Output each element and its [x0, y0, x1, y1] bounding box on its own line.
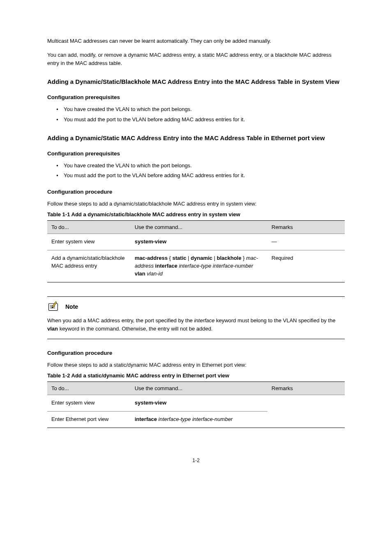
col-header-cmd: Use the command... — [131, 382, 267, 395]
config-proc-paragraph-1: Follow these steps to add a dynamic/stat… — [47, 200, 345, 208]
table-row: Add a dynamic/static/blackhole MAC addre… — [47, 250, 345, 282]
intro-paragraph-1: Multicast MAC addresses can never be lea… — [47, 37, 345, 45]
separator — [47, 296, 345, 297]
note-body: When you add a MAC address entry, the po… — [47, 317, 345, 333]
cell-todo: Add a dynamic/static/blackhole MAC addre… — [47, 250, 131, 282]
config-proc-paragraph-2: Follow these steps to add a static/dynam… — [47, 361, 345, 369]
prereq-list-1: You have created the VLAN to which the p… — [47, 105, 345, 123]
col-header-todo: To do... — [47, 382, 131, 395]
config-prereq-heading-1: Configuration prerequisites — [47, 94, 345, 100]
col-header-todo: To do... — [47, 221, 131, 234]
table-1: To do... Use the command... Remarks Ente… — [47, 220, 345, 282]
cell-todo: Enter system view — [47, 395, 131, 412]
list-item: You must add the port to the VLAN before… — [47, 116, 345, 124]
cell-todo: Enter system view — [47, 234, 131, 250]
note-icon — [47, 301, 63, 312]
section-heading-system-view: Adding a Dynamic/Static/Blackhole MAC Ad… — [47, 78, 345, 85]
cell-cmd: mac-address { static | dynamic | blackho… — [131, 250, 267, 282]
cell-rem — [267, 395, 345, 428]
config-proc-heading-2: Configuration procedure — [47, 350, 345, 356]
list-item: You have created the VLAN to which the p… — [47, 105, 345, 113]
table-1-caption: Table 1-1 Add a dynamic/static/blackhole… — [47, 210, 345, 219]
list-item: You have created the VLAN to which the p… — [47, 162, 345, 170]
cell-cmd: system-view — [131, 234, 267, 250]
prereq-list-2: You have created the VLAN to which the p… — [47, 162, 345, 180]
table-2: To do... Use the command... Remarks Ente… — [47, 382, 345, 428]
col-header-rem: Remarks — [267, 221, 345, 234]
cell-rem: Required — [267, 250, 345, 282]
cell-rem: — — [267, 234, 345, 250]
list-item: You must add the port to the VLAN before… — [47, 171, 345, 180]
config-proc-heading-1: Configuration procedure — [47, 189, 345, 195]
table-row: Enter system view system-view — [47, 395, 345, 412]
col-header-rem: Remarks — [267, 382, 345, 395]
cell-cmd: system-view — [131, 395, 267, 412]
table-2-caption: Table 1-2 Add a static/dynamic MAC addre… — [47, 372, 345, 380]
page-number: 1-2 — [47, 457, 345, 465]
note-header: Note — [47, 301, 345, 312]
config-prereq-heading-2: Configuration prerequisites — [47, 150, 345, 157]
table-header-row: To do... Use the command... Remarks — [47, 221, 345, 234]
section-heading-port-view: Adding a Dynamic/Static MAC Address Entr… — [47, 134, 345, 141]
table-row: Enter system view system-view — — [47, 234, 345, 250]
document-page: Multicast MAC addresses can never be lea… — [0, 0, 392, 491]
cell-todo: Enter Ethernet port view — [47, 412, 131, 428]
separator — [47, 339, 345, 339]
note-label: Note — [65, 303, 78, 310]
cell-cmd: interface interface-type interface-numbe… — [131, 412, 267, 428]
col-header-cmd: Use the command... — [131, 221, 267, 234]
intro-paragraph-2: You can add, modify, or remove a dynamic… — [47, 51, 345, 67]
table-header-row: To do... Use the command... Remarks — [47, 382, 345, 395]
